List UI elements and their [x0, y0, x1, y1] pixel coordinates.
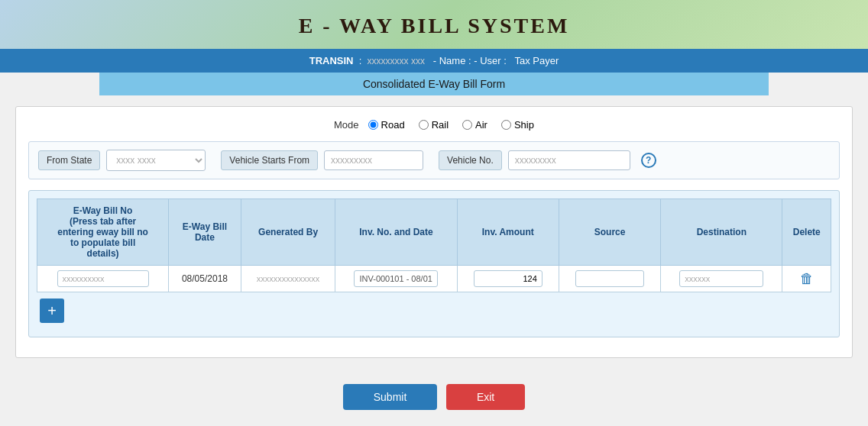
- mode-air[interactable]: Air: [462, 119, 487, 131]
- col-destination: Destination: [661, 199, 782, 266]
- mode-rail-label: Rail: [432, 119, 449, 131]
- sub-header: Consolidated E-Way Bill Form: [99, 73, 769, 95]
- mode-ship-label: Ship: [514, 119, 534, 131]
- from-state-select[interactable]: xxxx xxxx: [106, 150, 206, 171]
- bill-table: E-Way Bill No(Press tab afterentering ew…: [37, 198, 831, 292]
- footer-buttons: Submit Exit: [0, 369, 868, 418]
- vehicle-starts-input[interactable]: [324, 150, 423, 170]
- sub-title: Consolidated E-Way Bill Form: [363, 78, 505, 90]
- vehicle-no-group: Vehicle No. ?: [439, 150, 656, 170]
- mode-ship[interactable]: Ship: [501, 119, 534, 131]
- transin-value: xxxxxxxxx xxx: [368, 56, 425, 66]
- mode-rail[interactable]: Rail: [419, 119, 449, 131]
- cell-eway-bill-date: 08/05/2018: [169, 266, 241, 292]
- vehicle-starts-group: Vehicle Starts From: [221, 150, 423, 170]
- add-row: +: [37, 292, 831, 329]
- cell-inv-no-date: [335, 266, 457, 292]
- destination-input[interactable]: [679, 270, 763, 287]
- inv-no-date-input[interactable]: [354, 270, 438, 287]
- eway-bill-date-value: 08/05/2018: [182, 273, 228, 284]
- col-delete: Delete: [782, 199, 831, 266]
- mode-label: Mode: [334, 119, 359, 131]
- col-inv-no-date: Inv. No. and Date: [335, 199, 457, 266]
- cell-eway-bill-no: [37, 266, 169, 292]
- col-generated-by: Generated By: [241, 199, 335, 266]
- inv-amount-input[interactable]: [474, 270, 542, 287]
- mode-rail-input[interactable]: [419, 120, 429, 130]
- source-input[interactable]: [575, 270, 644, 287]
- col-source: Source: [559, 199, 660, 266]
- eway-bill-no-input[interactable]: [57, 270, 149, 287]
- mode-road-label: Road: [381, 119, 405, 131]
- mode-air-label: Air: [475, 119, 487, 131]
- user-type: Tax Payer: [514, 55, 559, 66]
- submit-button[interactable]: Submit: [343, 384, 438, 410]
- table-header-row: E-Way Bill No(Press tab afterentering ew…: [37, 199, 831, 266]
- header-background: E - Way Bill System: [0, 0, 868, 49]
- mode-ship-input[interactable]: [501, 120, 511, 130]
- mode-road-input[interactable]: [368, 120, 378, 130]
- table-row: 08/05/2018 xxxxxxxxxxxxxxx: [37, 266, 831, 292]
- name-label: - Name : - User :: [433, 55, 507, 66]
- mode-row: Mode Road Rail Air Ship: [28, 119, 840, 131]
- vehicle-no-input[interactable]: [508, 150, 630, 170]
- mode-air-input[interactable]: [462, 120, 472, 130]
- from-state-label: From State: [38, 150, 100, 170]
- delete-icon[interactable]: 🗑: [800, 271, 814, 286]
- from-state-group: From State xxxx xxxx: [38, 150, 206, 171]
- fields-row: From State xxxx xxxx Vehicle Starts From…: [28, 141, 840, 179]
- mode-radio-group: Road Rail Air Ship: [368, 119, 534, 131]
- cell-generated-by: xxxxxxxxxxxxxxx: [241, 266, 335, 292]
- col-eway-bill-date: E-Way BillDate: [169, 199, 241, 266]
- col-eway-bill-no: E-Way Bill No(Press tab afterentering ew…: [37, 199, 169, 266]
- table-area: E-Way Bill No(Press tab afterentering ew…: [28, 190, 840, 337]
- transin-label: TRANSIN: [309, 55, 354, 66]
- mode-road[interactable]: Road: [368, 119, 405, 131]
- help-icon[interactable]: ?: [641, 153, 656, 168]
- vehicle-starts-label: Vehicle Starts From: [221, 150, 318, 170]
- generated-by-value: xxxxxxxxxxxxxxx: [257, 274, 320, 283]
- main-content: Mode Road Rail Air Ship From State: [15, 106, 853, 358]
- col-inv-amount: Inv. Amount: [457, 199, 559, 266]
- cell-source: [559, 266, 660, 292]
- nav-bar: TRANSIN : xxxxxxxxx xxx - Name : - User …: [0, 49, 868, 73]
- cell-inv-amount: [457, 266, 559, 292]
- vehicle-no-label: Vehicle No.: [439, 150, 502, 170]
- cell-destination: [661, 266, 782, 292]
- exit-button[interactable]: Exit: [446, 384, 525, 410]
- cell-delete: 🗑: [782, 266, 831, 292]
- add-button[interactable]: +: [40, 299, 64, 323]
- app-title: E - Way Bill System: [0, 14, 868, 38]
